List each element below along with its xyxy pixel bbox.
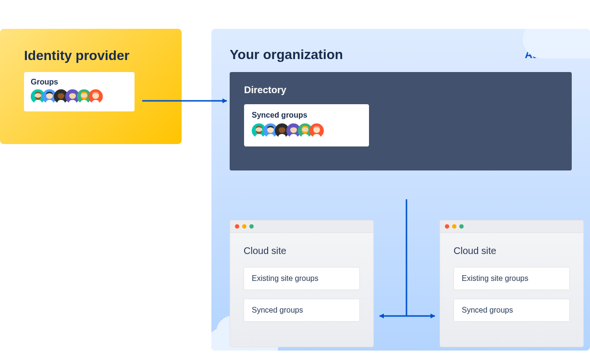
- organization-panel: Your organization Atlassian Directory Sy…: [211, 29, 590, 351]
- directory-synced-groups-card: Synced groups: [244, 104, 369, 146]
- avatar-icon: [88, 89, 103, 104]
- window-titlebar: [230, 220, 373, 233]
- organization-title: Your organization: [230, 47, 343, 62]
- organization-header: Your organization Atlassian: [230, 47, 572, 62]
- directory-synced-groups-label: Synced groups: [252, 111, 361, 120]
- window-titlebar: [440, 220, 583, 233]
- idp-groups-card: Groups: [24, 72, 135, 111]
- idp-avatar-group: [31, 89, 128, 104]
- directory-title: Directory: [244, 85, 557, 96]
- window-minimize-dot: [242, 224, 246, 229]
- cloud-site-title: Cloud site: [244, 245, 360, 256]
- identity-provider-panel: Identity provider Groups: [0, 29, 182, 144]
- avatar-icon: [309, 123, 324, 138]
- idp-groups-label: Groups: [31, 78, 128, 86]
- window-maximize-dot: [459, 224, 464, 229]
- window-close-dot: [235, 224, 239, 229]
- window-close-dot: [445, 224, 449, 229]
- cloud-site-card: Cloud site Existing site groups Synced g…: [440, 220, 584, 347]
- directory-avatar-group: [252, 123, 361, 138]
- site-synced-groups-row: Synced groups: [244, 299, 360, 322]
- site-existing-groups-row: Existing site groups: [454, 267, 570, 290]
- window-maximize-dot: [249, 224, 254, 229]
- site-existing-groups-row: Existing site groups: [244, 267, 360, 290]
- site-synced-groups-row: Synced groups: [454, 299, 570, 322]
- cloud-decoration: [523, 29, 590, 59]
- window-minimize-dot: [452, 224, 456, 229]
- identity-provider-title: Identity provider: [24, 48, 158, 63]
- directory-panel: Directory Synced groups: [230, 72, 572, 170]
- cloud-site-card: Cloud site Existing site groups Synced g…: [230, 220, 374, 347]
- diagram-canvas: Identity provider Groups: [0, 0, 590, 364]
- cloud-site-title: Cloud site: [454, 245, 570, 256]
